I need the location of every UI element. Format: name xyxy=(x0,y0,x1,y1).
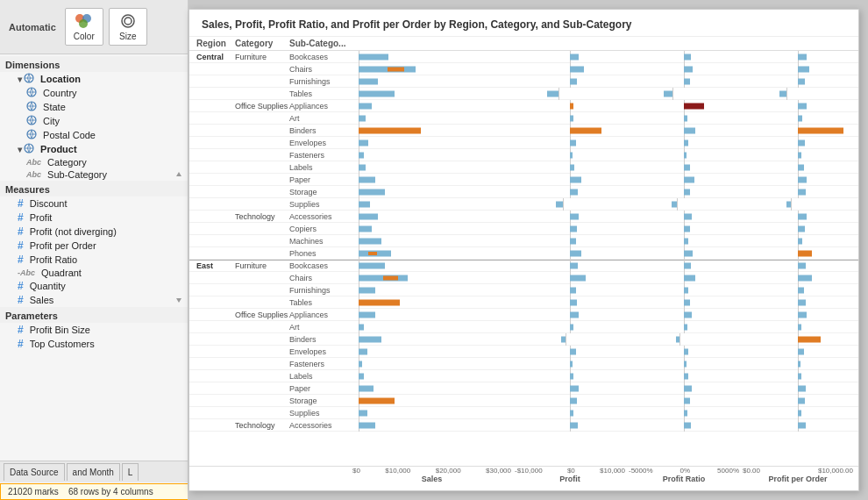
subcategory-cell: Paper xyxy=(289,175,351,184)
bar-cell xyxy=(741,100,855,112)
table-row: Chairs xyxy=(189,272,858,284)
category-item[interactable]: Abc Category xyxy=(0,156,188,168)
globe-icon-country xyxy=(26,87,37,99)
subcategory-label: Sub-Category xyxy=(47,169,107,180)
quantity-item[interactable]: # Quantity xyxy=(0,279,188,293)
profit-not-diverging-item[interactable]: # Profit (not diverging) xyxy=(0,225,188,239)
bar-cell xyxy=(627,198,741,211)
bar-cell xyxy=(741,333,855,346)
profit-bin-size-item[interactable]: # Profit Bin Size xyxy=(0,323,188,337)
bar-cell xyxy=(741,88,855,100)
table-row: Office SuppliesAppliances xyxy=(189,309,858,321)
subcategory-cell: Bookcases xyxy=(289,53,351,61)
svg-marker-17 xyxy=(176,172,181,176)
table-row: Tables xyxy=(189,296,858,309)
l-tab[interactable]: L xyxy=(122,463,139,481)
table-row: Art xyxy=(189,321,858,333)
globe-icon-city xyxy=(26,115,37,127)
bar-cell xyxy=(513,137,627,149)
collapse-icon: ▾ xyxy=(18,75,22,84)
product-group-icon xyxy=(24,143,34,155)
profit-per-order-item[interactable]: # Profit per Order xyxy=(0,239,188,253)
bar-cell xyxy=(513,407,627,419)
size-button[interactable]: Size xyxy=(109,8,147,46)
bar-cell xyxy=(351,100,513,112)
col-header-category: Category xyxy=(235,39,289,48)
subcategory-cell: Fasteners xyxy=(289,360,351,368)
category-cell: Furniture xyxy=(235,53,289,61)
hash-icon-sales: # xyxy=(18,294,24,306)
table-row: Art xyxy=(189,112,858,125)
product-group[interactable]: ▾ Product xyxy=(0,142,188,156)
subcategory-item[interactable]: Abc Sub-Category xyxy=(0,168,188,181)
table-row: TechnologyAccessories xyxy=(189,419,858,432)
sales-label: Sales xyxy=(30,295,54,305)
subcategory-cell: Binders xyxy=(289,126,351,135)
bar-cell xyxy=(627,309,741,321)
month-tab[interactable]: and Month xyxy=(67,463,120,481)
category-cell: Office Supplies xyxy=(235,102,289,111)
location-group[interactable]: ▾ Location xyxy=(0,72,188,86)
hash-icon-pbs: # xyxy=(18,324,24,336)
sales-item[interactable]: # Sales xyxy=(0,293,188,307)
bar-cell xyxy=(627,186,741,198)
bar-cell xyxy=(351,161,513,174)
bar-cell xyxy=(351,211,513,223)
bar-cell xyxy=(741,223,855,235)
table-row: Copiers xyxy=(189,223,858,235)
discount-item[interactable]: # Discount xyxy=(0,196,188,211)
bar-cell xyxy=(351,235,513,247)
bar-cell xyxy=(741,149,855,161)
bar-cell xyxy=(741,112,855,125)
subcategory-cell: Fasteners xyxy=(289,151,351,160)
svg-point-4 xyxy=(125,18,132,25)
table-row: Storage xyxy=(189,395,858,407)
top-customers-label: Top Customers xyxy=(30,339,95,349)
subcategory-cell: Bookcases xyxy=(289,261,351,270)
bar-cell xyxy=(351,63,513,75)
bottom-tabs: Data Source and Month L xyxy=(0,461,189,482)
table-row: Office SuppliesAppliances xyxy=(189,100,858,112)
bar-cell xyxy=(741,63,855,75)
bar-cell xyxy=(513,223,627,235)
quadrant-label: Quadrant xyxy=(41,268,82,278)
axis-sales-labels: $0 $10,000 $20,000 $30,000 xyxy=(351,467,513,475)
bar-cell xyxy=(351,247,513,260)
globe-icon-postal xyxy=(26,129,37,141)
bar-cell xyxy=(513,51,627,63)
color-button[interactable]: Color xyxy=(65,8,103,46)
data-source-tab[interactable]: Data Source xyxy=(4,463,65,481)
table-row: CentralFurnitureBookcases xyxy=(189,51,858,63)
quadrant-item[interactable]: -Abc Quadrant xyxy=(0,267,188,279)
table-row: Fasteners xyxy=(189,358,858,370)
subcategory-cell: Envelopes xyxy=(289,139,351,147)
subcategory-cell: Art xyxy=(289,323,351,332)
bar-cell xyxy=(627,63,741,75)
table-row: Paper xyxy=(189,174,858,186)
city-item[interactable]: City xyxy=(0,114,188,128)
country-item[interactable]: Country xyxy=(0,86,188,100)
axis-ratio-title: Profit Ratio xyxy=(663,475,706,483)
bar-cell xyxy=(513,260,627,272)
bar-cell xyxy=(513,321,627,333)
profit-label: Profit xyxy=(30,212,53,223)
top-customers-item[interactable]: # Top Customers xyxy=(0,337,188,351)
table-row: Storage xyxy=(189,186,858,198)
profit-ratio-item[interactable]: # Profit Ratio xyxy=(0,253,188,267)
postalcode-item[interactable]: Postal Code xyxy=(0,128,188,142)
subcategory-cell: Supplies xyxy=(289,409,351,418)
bar-cell xyxy=(351,395,513,407)
bar-cell xyxy=(627,51,741,63)
axis-sales: $0 $10,000 $20,000 $30,000 Sales xyxy=(351,467,513,490)
bar-cell xyxy=(513,174,627,186)
bar-cell xyxy=(351,382,513,395)
category-label: Category xyxy=(47,157,87,168)
state-item[interactable]: State xyxy=(0,100,188,114)
bar-cell xyxy=(741,125,855,137)
col-header-region: Region xyxy=(189,39,235,48)
abc-icon-category: Abc xyxy=(26,158,41,167)
abc-icon-quadrant: -Abc xyxy=(18,268,35,277)
bar-cell xyxy=(627,223,741,235)
profit-item[interactable]: # Profit xyxy=(0,211,188,225)
bar-cell xyxy=(741,235,855,247)
